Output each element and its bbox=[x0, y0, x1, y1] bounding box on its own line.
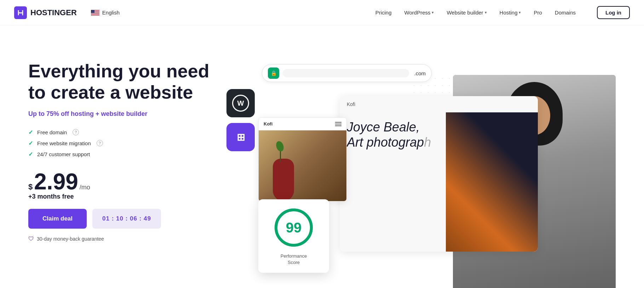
performance-circle: 99 bbox=[272, 206, 315, 249]
brand-name: HOSTINGER bbox=[30, 8, 77, 17]
hero-visual: 🔒 .com W ⊞ Kofi bbox=[226, 47, 616, 288]
price-row: $ 2.99 /mo bbox=[28, 170, 212, 193]
price-free: +3 months free bbox=[28, 193, 212, 200]
price-main: 2.99 bbox=[34, 170, 78, 193]
chevron-down-icon: ▾ bbox=[485, 10, 487, 15]
showcase-card-large: Kofi Joyce Beale,Art photograph bbox=[340, 96, 538, 252]
nav-pricing[interactable]: Pricing bbox=[375, 10, 392, 16]
feature-text: Free website migration bbox=[37, 140, 91, 146]
check-icon: ✓ bbox=[28, 140, 33, 147]
feature-text: Free domain bbox=[37, 129, 67, 135]
svg-rect-7 bbox=[91, 10, 94, 13]
help-icon[interactable]: ? bbox=[73, 129, 79, 135]
plant-leaf bbox=[275, 140, 285, 152]
feature-text: 24/7 customer support bbox=[37, 151, 90, 157]
price-dollar: $ bbox=[28, 182, 33, 192]
shield-icon: 🛡 bbox=[28, 236, 34, 242]
check-icon: ✓ bbox=[28, 129, 33, 136]
language-selector[interactable]: English bbox=[91, 10, 120, 16]
h-icon bbox=[17, 9, 24, 17]
countdown-timer: 01 : 10 : 06 : 49 bbox=[92, 209, 161, 229]
claim-deal-button[interactable]: Claim deal bbox=[28, 209, 87, 229]
performance-score-label: PerformanceScore bbox=[281, 253, 307, 266]
logo[interactable]: HOSTINGER bbox=[14, 6, 77, 19]
feature-item: ✓ Free domain ? bbox=[28, 129, 212, 136]
wordpress-icon: W bbox=[226, 89, 255, 117]
guarantee-label: 30-day money-back guarantee bbox=[37, 236, 104, 242]
svg-rect-4 bbox=[91, 13, 99, 13]
flag-icon bbox=[91, 10, 99, 16]
hero-title: Everything you need to create a website bbox=[28, 61, 212, 103]
nav-website-builder[interactable]: Website builder ▾ bbox=[447, 10, 487, 16]
chevron-down-icon: ▾ bbox=[432, 10, 434, 15]
hero-left: Everything you need to create a website … bbox=[28, 47, 212, 242]
hamburger-icon[interactable] bbox=[335, 122, 341, 126]
help-icon[interactable]: ? bbox=[97, 140, 103, 146]
login-button[interactable]: Log in bbox=[597, 6, 630, 19]
builder-icon: ⊞ bbox=[226, 123, 255, 151]
vase-decoration bbox=[273, 159, 294, 201]
nav-wordpress[interactable]: WordPress ▾ bbox=[404, 10, 434, 16]
performance-score-number: 99 bbox=[286, 221, 302, 235]
cta-row: Claim deal 01 : 10 : 06 : 49 bbox=[28, 209, 212, 229]
nav-domains[interactable]: Domains bbox=[555, 10, 576, 16]
feature-item: ✓ 24/7 customer support bbox=[28, 151, 212, 158]
feature-item: ✓ Free website migration ? bbox=[28, 140, 212, 147]
navbar: HOSTINGER English Pricing WordPress ▾ We… bbox=[0, 0, 644, 25]
logo-icon bbox=[14, 6, 27, 19]
svg-rect-5 bbox=[91, 14, 99, 14]
nav-hosting[interactable]: Hosting ▾ bbox=[500, 10, 521, 16]
nav-center: Pricing WordPress ▾ Website builder ▾ Ho… bbox=[375, 6, 630, 19]
showcase-site-name: Kofi bbox=[347, 101, 355, 107]
price-per: /mo bbox=[80, 184, 90, 191]
showcase-title: Joyce Beale,Art photograph bbox=[347, 119, 439, 150]
chevron-down-icon: ▾ bbox=[519, 10, 521, 15]
showcase-image bbox=[446, 112, 538, 252]
site-name: Kofi bbox=[264, 121, 272, 127]
discount-highlight: 75% bbox=[46, 110, 59, 117]
check-icon: ✓ bbox=[28, 151, 33, 158]
language-label: English bbox=[102, 10, 120, 16]
browser-bar: 🔒 .com bbox=[262, 64, 432, 82]
guarantee-text: 🛡 30-day money-back guarantee bbox=[28, 236, 212, 242]
svg-rect-6 bbox=[91, 14, 99, 15]
hero-subtitle: Up to 75% off hosting + website builder bbox=[28, 110, 212, 118]
subtitle-suffix: off hosting + website builder bbox=[59, 110, 148, 117]
domain-suffix: .com bbox=[414, 70, 426, 76]
ssl-lock-icon: 🔒 bbox=[268, 67, 279, 79]
subtitle-prefix: Up to bbox=[28, 110, 46, 117]
nav-pro[interactable]: Pro bbox=[534, 10, 542, 16]
features-list: ✓ Free domain ? ✓ Free website migration… bbox=[28, 129, 212, 158]
website-card-image bbox=[259, 130, 346, 201]
performance-card: 99 PerformanceScore bbox=[258, 199, 329, 273]
url-bar bbox=[283, 69, 409, 77]
hero-section: Everything you need to create a website … bbox=[0, 25, 644, 288]
price-block: $ 2.99 /mo +3 months free bbox=[28, 170, 212, 200]
website-card-small: Kofi bbox=[258, 117, 347, 201]
